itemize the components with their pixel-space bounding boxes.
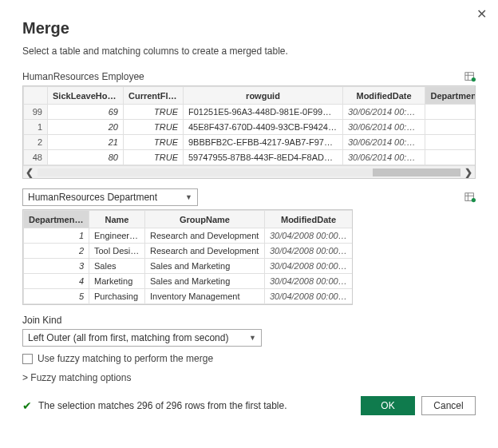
cell-sickleave: 20 <box>48 120 124 135</box>
cell-modifieddate: 30/04/2008 00:00:00 <box>265 228 353 244</box>
table2-select[interactable]: HumanResources Department ▼ <box>22 188 198 206</box>
ok-button[interactable]: OK <box>361 396 415 415</box>
cell-currentflag: TRUE <box>124 135 184 150</box>
fuzzy-options-label: Fuzzy matching options <box>30 372 131 383</box>
join-kind-value: Left Outer (all from first, matching fro… <box>28 332 228 343</box>
col-sickleave[interactable]: SickLeaveHours <box>48 87 124 105</box>
col-currentflag[interactable]: CurrentFlag <box>124 87 184 105</box>
cell-sickleave: 80 <box>48 150 124 165</box>
cell-groupname: Research and Development <box>145 228 265 244</box>
table-row[interactable]: 4880TRUE59747955-87B8-443F-8ED4-F8AD3AFD… <box>24 150 476 165</box>
cell-currentflag: TRUE <box>124 150 184 165</box>
cell-rowguid: 59747955-87B8-443F-8ED4-F8AD3AFDF3A9 <box>184 150 343 165</box>
col-departmentid[interactable]: DepartmentID <box>425 87 476 105</box>
cell-groupname: Sales and Marketing <box>145 274 265 289</box>
close-icon[interactable]: ✕ <box>476 6 487 22</box>
dialog-subtitle: Select a table and matching columns to c… <box>22 46 476 57</box>
col2-modifieddate[interactable]: ModifiedDate <box>265 211 353 228</box>
cell-groupname: Research and Development <box>145 244 265 259</box>
table-row[interactable]: 9969TRUEF01251E5-96A3-448D-981E-0F99D789… <box>24 105 476 120</box>
col-rowguid[interactable]: rowguid <box>184 87 343 105</box>
cell-name: Engineering <box>89 228 145 244</box>
chevron-down-icon: ▼ <box>185 193 192 201</box>
svg-point-3 <box>472 77 476 81</box>
cell-name: Marketing <box>89 274 145 289</box>
table2-selected-value: HumanResources Department <box>28 192 157 203</box>
chevron-down-icon: ▼ <box>249 334 256 342</box>
chevron-right-icon: > <box>22 372 28 383</box>
cancel-button[interactable]: Cancel <box>421 396 476 415</box>
cell-departmentid: 5 <box>24 289 89 304</box>
row-index: 1 <box>24 120 48 135</box>
check-icon: ✔ <box>22 399 32 412</box>
scroll-thumb[interactable] <box>373 168 460 176</box>
cell-rowguid: 45E8F437-670D-4409-93CB-F9424A40D6EE <box>184 120 343 135</box>
row-index: 48 <box>24 150 48 165</box>
cell-departmentid: 4 <box>24 274 89 289</box>
cell-sickleave: 21 <box>48 135 124 150</box>
cell-name: Purchasing <box>89 289 145 304</box>
table-row[interactable]: 3SalesSales and Marketing30/04/2008 00:0… <box>24 259 353 274</box>
svg-point-7 <box>472 198 476 202</box>
horizontal-scrollbar[interactable]: ❮ ❯ <box>23 165 475 178</box>
col2-name[interactable]: Name <box>89 211 145 228</box>
cell-name: Sales <box>89 259 145 274</box>
cell-modifieddate: 30/06/2014 00:00:00 <box>343 105 425 120</box>
cell-rowguid: 9BBBFB2C-EFBB-4217-9AB7-F97689328841 <box>184 135 343 150</box>
table2-header-row: DepartmentID Name GroupName ModifiedDate <box>24 211 353 228</box>
fuzzy-matching-checkbox[interactable] <box>22 354 33 364</box>
scroll-right-icon[interactable]: ❯ <box>462 167 475 178</box>
fuzzy-options-expander[interactable]: > Fuzzy matching options <box>22 372 476 383</box>
row-index: 2 <box>24 135 48 150</box>
col-modifieddate[interactable]: ModifiedDate <box>343 87 425 105</box>
table-row[interactable]: 4MarketingSales and Marketing30/04/2008 … <box>24 274 353 289</box>
cell-departmentid: 1 <box>24 228 89 244</box>
table-config-icon[interactable] <box>464 71 476 82</box>
cell-departmentid: 16 <box>425 105 476 120</box>
row-header-blank <box>24 87 48 105</box>
join-kind-label: Join Kind <box>22 315 476 326</box>
cell-modifieddate: 30/04/2008 00:00:00 <box>265 259 353 274</box>
cell-rowguid: F01251E5-96A3-448D-981E-0F99D789110D <box>184 105 343 120</box>
table-row[interactable]: 1EngineeringResearch and Development30/0… <box>24 228 353 244</box>
table1-header-row: SickLeaveHours CurrentFlag rowguid Modif… <box>24 87 476 105</box>
cell-modifieddate: 30/06/2014 00:00:00 <box>343 150 425 165</box>
cell-departmentid: 1 <box>425 120 476 135</box>
cell-departmentid: 2 <box>24 244 89 259</box>
cell-departmentid: 1 <box>425 150 476 165</box>
cell-modifieddate: 30/04/2008 00:00:00 <box>265 274 353 289</box>
table-config-icon[interactable] <box>464 192 476 203</box>
cell-groupname: Sales and Marketing <box>145 259 265 274</box>
cell-currentflag: TRUE <box>124 120 184 135</box>
cell-sickleave: 69 <box>48 105 124 120</box>
table-row[interactable]: 221TRUE9BBBFB2C-EFBB-4217-9AB7-F97689328… <box>24 135 476 150</box>
cell-groupname: Inventory Management <box>145 289 265 304</box>
table-row[interactable]: 120TRUE45E8F437-670D-4409-93CB-F9424A40D… <box>24 120 476 135</box>
cell-modifieddate: 30/06/2014 00:00:00 <box>343 135 425 150</box>
dialog-title: Merge <box>22 19 476 38</box>
table2-grid[interactable]: DepartmentID Name GroupName ModifiedDate… <box>23 210 353 304</box>
col2-groupname[interactable]: GroupName <box>145 211 265 228</box>
join-kind-select[interactable]: Left Outer (all from first, matching fro… <box>22 329 262 347</box>
cell-modifieddate: 30/04/2008 00:00:00 <box>265 289 353 304</box>
cell-departmentid: 3 <box>24 259 89 274</box>
fuzzy-matching-label: Use fuzzy matching to perform the merge <box>38 353 213 364</box>
table1-grid[interactable]: SickLeaveHours CurrentFlag rowguid Modif… <box>23 86 476 165</box>
status-text: The selection matches 296 of 296 rows fr… <box>38 400 287 411</box>
table-row[interactable]: 5PurchasingInventory Management30/04/200… <box>24 289 353 304</box>
col2-departmentid[interactable]: DepartmentID <box>24 211 89 228</box>
table1-name: HumanResources Employee <box>22 71 144 82</box>
row-index: 99 <box>24 105 48 120</box>
scroll-track[interactable] <box>38 168 460 176</box>
cell-departmentid: 1 <box>425 135 476 150</box>
scroll-left-icon[interactable]: ❮ <box>23 167 36 178</box>
cell-currentflag: TRUE <box>124 105 184 120</box>
cell-modifieddate: 30/06/2014 00:00:00 <box>343 120 425 135</box>
table-row[interactable]: 2Tool DesignResearch and Development30/0… <box>24 244 353 259</box>
cell-modifieddate: 30/04/2008 00:00:00 <box>265 244 353 259</box>
cell-name: Tool Design <box>89 244 145 259</box>
